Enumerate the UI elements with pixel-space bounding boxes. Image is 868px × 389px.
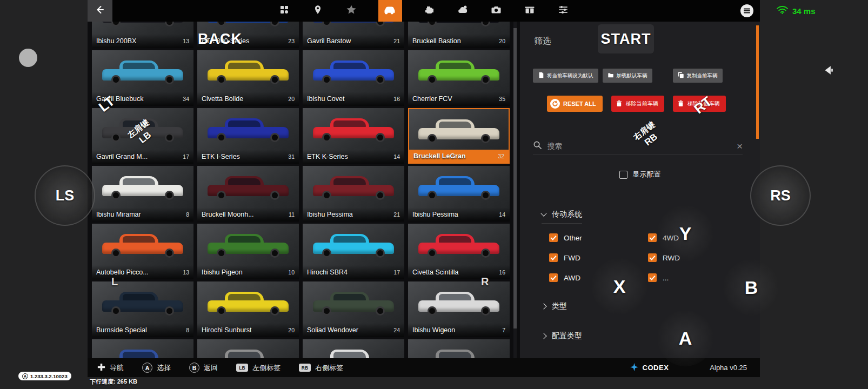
right-stick[interactable]: RS	[750, 165, 811, 226]
vehicle-name: Ibishu Pessima	[307, 211, 390, 218]
gamepad-b-button[interactable]: B	[723, 259, 779, 316]
left-stick[interactable]: LS	[35, 165, 95, 226]
clear-search-icon[interactable]: ×	[737, 141, 743, 151]
r-marker[interactable]: R	[481, 276, 489, 288]
vehicle-card[interactable]: Ibishu Covet 16	[303, 50, 404, 106]
vehicle-card[interactable]: Bruckell Moonh... 11	[197, 166, 299, 222]
tab-star[interactable]	[345, 0, 358, 22]
vehicle-image	[102, 59, 183, 84]
vehicle-label-bar: Ibishu Covet 16	[303, 92, 404, 106]
car-wheel	[428, 134, 437, 143]
car-wheel	[111, 75, 121, 84]
vehicle-card[interactable]: Bruckell Bastion 20	[408, 22, 510, 48]
gamepad-y-button[interactable]: Y	[657, 205, 713, 261]
menu-button[interactable]	[739, 3, 755, 18]
vehicle-card[interactable]: Ibishu Pessima 14	[408, 166, 510, 222]
search-icon	[533, 140, 542, 152]
vehicle-card[interactable]: Autobello Picco... 13	[92, 224, 193, 279]
section-config-type[interactable]: 配置类型	[542, 331, 582, 341]
filter-option[interactable]: FWD	[549, 253, 648, 262]
sliders-icon	[558, 4, 569, 17]
car-icon	[383, 4, 397, 17]
gamepad-back-button[interactable]: BACK	[198, 31, 242, 48]
vehicle-card[interactable]: Gavril Barstow 21	[303, 22, 404, 48]
tab-tuning[interactable]	[557, 0, 570, 22]
a-button-icon: A	[142, 363, 152, 373]
set-default-vehicle-button[interactable]: 将当前车辆设为默认	[533, 69, 598, 83]
package-icon	[524, 4, 535, 17]
section-type[interactable]: 类型	[542, 301, 567, 311]
tab-camera[interactable]	[490, 0, 503, 22]
vehicle-count: 23	[288, 38, 295, 44]
load-default-vehicle-button[interactable]: 加载默认车辆	[603, 69, 652, 83]
car-wheel	[322, 306, 331, 316]
vehicle-count: 8	[186, 327, 189, 333]
back-button[interactable]	[88, 0, 112, 22]
l-marker[interactable]: L	[111, 276, 118, 288]
vehicle-card[interactable]: Bruckell LeGran 32	[408, 108, 510, 164]
car-wheel	[322, 75, 331, 84]
reset-all-button[interactable]: RESET ALL	[547, 96, 603, 112]
vehicle-label-bar: Bruckell LeGran 32	[409, 150, 509, 163]
vehicle-card[interactable]: Civetta Bolide 20	[197, 50, 299, 106]
vehicle-card[interactable]: Civetta Scintilla 16	[408, 224, 510, 279]
filter-option[interactable]: Other	[549, 233, 648, 242]
touch-dot[interactable]	[19, 49, 37, 67]
vehicle-count: 32	[498, 153, 504, 159]
vehicle-card[interactable]: Hirochi SBR4 17	[303, 224, 404, 279]
vehicle-card[interactable]	[303, 339, 404, 358]
car-wheel	[270, 306, 279, 316]
vehicle-card[interactable]: Ibishu Wigeon 7	[408, 281, 510, 337]
grid-scrollbar[interactable]	[513, 22, 517, 358]
tab-vehicles[interactable]	[378, 0, 402, 22]
tab-engine[interactable]	[423, 0, 436, 22]
car-wheel	[481, 191, 490, 200]
vehicle-card[interactable]: Ibishu 200BX 13	[92, 22, 193, 48]
section-drivetrain[interactable]: 传动系统	[542, 210, 582, 224]
tab-mods[interactable]	[523, 0, 536, 22]
vehicle-name: Hirochi SBR4	[307, 269, 390, 276]
vehicle-image	[102, 175, 183, 200]
vehicle-card[interactable]: Soliad Wendover 24	[303, 281, 404, 337]
gamepad-start-button[interactable]: START	[598, 24, 654, 53]
tab-map[interactable]	[311, 0, 324, 22]
remove-current-vehicle-button[interactable]: 移除当前车辆	[611, 96, 664, 112]
filter-option-label: FWD	[564, 254, 580, 262]
vehicle-label-bar: Ibishu Pessima 14	[408, 207, 510, 222]
vehicle-card[interactable]: ETK K-Series 14	[303, 108, 404, 164]
vehicle-card[interactable]	[92, 339, 193, 358]
gamepad-x-button[interactable]: X	[591, 258, 647, 314]
vehicle-name: Bruckell Bastion	[412, 37, 496, 45]
car-wheel	[376, 306, 385, 316]
vehicle-count: 17	[183, 153, 189, 160]
vehicle-card[interactable]: Ibishu Pessima 21	[303, 166, 404, 222]
grid-scrollbar-thumb[interactable]	[513, 28, 517, 328]
gamepad-a-button[interactable]: A	[657, 310, 713, 366]
clone-vehicle-button[interactable]: 复制当前车辆	[673, 69, 723, 83]
vehicle-image	[313, 291, 394, 316]
vehicle-card[interactable]	[197, 339, 299, 358]
hint-label: 选择	[157, 363, 171, 373]
car-wheel	[270, 22, 279, 26]
tab-blocks[interactable]	[278, 0, 291, 22]
vehicle-image	[313, 175, 394, 200]
vehicle-card[interactable]: Burnside Special 8	[92, 281, 193, 337]
show-config-checkbox[interactable]: 显示配置	[520, 170, 760, 179]
tab-weather[interactable]	[456, 0, 469, 22]
vehicle-label-bar: Ibishu Wigeon 7	[408, 323, 510, 337]
vehicle-count: 17	[393, 269, 400, 276]
section-label: 类型	[552, 301, 567, 311]
button-label: 移除当前车辆	[626, 100, 658, 108]
vehicle-card[interactable]: ETK I-Series 31	[197, 108, 299, 164]
vehicle-card[interactable]	[408, 339, 510, 358]
filter-option[interactable]: ...	[648, 273, 733, 282]
vehicle-card[interactable]: Ibishu Pigeon 10	[197, 224, 299, 279]
vehicle-card[interactable]: Hirochi Sunburst 20	[197, 281, 299, 337]
vehicle-name: Bruckell LeGran	[413, 152, 495, 160]
vehicle-name: Gavril Grand M...	[96, 153, 179, 160]
filter-panel-scrollbar[interactable]	[756, 25, 759, 139]
vehicle-card[interactable]: Ibishu Miramar 8	[92, 166, 193, 222]
checkbox-icon	[549, 273, 558, 282]
collapse-overlay-handle[interactable]	[822, 63, 836, 77]
vehicle-card[interactable]: Cherrier FCV 35	[408, 50, 510, 106]
